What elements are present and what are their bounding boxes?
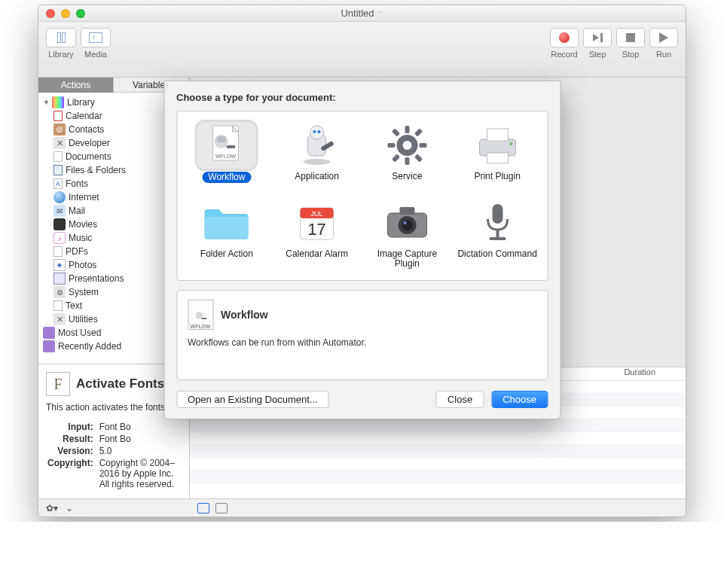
svg-rect-13 bbox=[405, 126, 409, 133]
desc-body: Workflows can be run from within Automat… bbox=[188, 337, 536, 348]
svg-rect-16 bbox=[419, 143, 426, 148]
svg-point-24 bbox=[509, 142, 512, 145]
svg-rect-22 bbox=[487, 129, 508, 141]
svg-point-6 bbox=[304, 159, 331, 165]
svg-point-10 bbox=[318, 130, 321, 133]
svg-point-33 bbox=[403, 221, 406, 224]
svg-rect-23 bbox=[487, 153, 508, 163]
folder-icon bbox=[200, 202, 253, 244]
open-existing-button[interactable]: Open an Existing Document... bbox=[176, 391, 329, 408]
type-folder-action[interactable]: Folder Action bbox=[182, 197, 272, 272]
svg-rect-14 bbox=[405, 157, 409, 165]
sheet-button-row: Open an Existing Document... Close Choos… bbox=[176, 391, 548, 408]
type-application[interactable]: Application bbox=[272, 119, 362, 186]
type-calendar-alarm[interactable]: JUL 17 Calendar Alarm bbox=[272, 197, 362, 272]
type-service[interactable]: Service bbox=[362, 119, 453, 186]
svg-text:WFLOW: WFLOW bbox=[215, 154, 236, 159]
svg-rect-17 bbox=[392, 128, 400, 136]
svg-rect-20 bbox=[414, 154, 423, 162]
svg-rect-4 bbox=[227, 145, 236, 148]
type-image-capture-plugin[interactable]: Image Capture Plugin bbox=[362, 197, 453, 272]
printer-icon bbox=[473, 124, 521, 166]
document-type-sheet: Choose a type for your document: bbox=[163, 81, 561, 419]
svg-rect-35 bbox=[496, 230, 499, 237]
svg-point-32 bbox=[402, 220, 412, 230]
svg-point-8 bbox=[310, 126, 324, 139]
svg-rect-38 bbox=[201, 318, 206, 319]
camera-icon bbox=[383, 204, 431, 242]
microphone-icon bbox=[478, 201, 516, 245]
svg-text:17: 17 bbox=[307, 220, 325, 239]
type-description-panel: WFLOW Workflow Workflows can be run from… bbox=[176, 290, 548, 380]
type-workflow[interactable]: WFLOW Workflow bbox=[182, 119, 272, 186]
svg-rect-19 bbox=[392, 154, 400, 162]
svg-point-12 bbox=[399, 138, 414, 153]
svg-rect-15 bbox=[387, 143, 395, 148]
calendar-icon: JUL 17 bbox=[296, 202, 338, 244]
application-icon bbox=[295, 123, 340, 168]
svg-rect-30 bbox=[399, 207, 414, 215]
desc-title: Workflow bbox=[221, 309, 268, 321]
workflow-mini-icon: WFLOW bbox=[188, 300, 213, 330]
svg-rect-36 bbox=[489, 237, 506, 240]
choose-button[interactable]: Choose bbox=[491, 391, 548, 408]
sheet-prompt: Choose a type for your document: bbox=[176, 92, 548, 103]
svg-point-9 bbox=[313, 130, 316, 133]
svg-rect-3 bbox=[217, 136, 226, 142]
svg-rect-34 bbox=[492, 204, 503, 224]
type-dictation-command[interactable]: Dictation Command bbox=[452, 197, 542, 272]
type-print-plugin[interactable]: Print Plugin bbox=[452, 119, 542, 186]
close-button[interactable]: Close bbox=[436, 391, 484, 408]
automator-window: Untitled﹀ Library Media Record Step Stop… bbox=[38, 5, 686, 517]
svg-rect-18 bbox=[414, 128, 423, 136]
service-icon bbox=[384, 123, 429, 168]
svg-text:JUL: JUL bbox=[311, 210, 323, 218]
workflow-icon: WFLOW bbox=[204, 123, 249, 168]
document-type-grid: WFLOW Workflow bbox=[176, 111, 548, 281]
